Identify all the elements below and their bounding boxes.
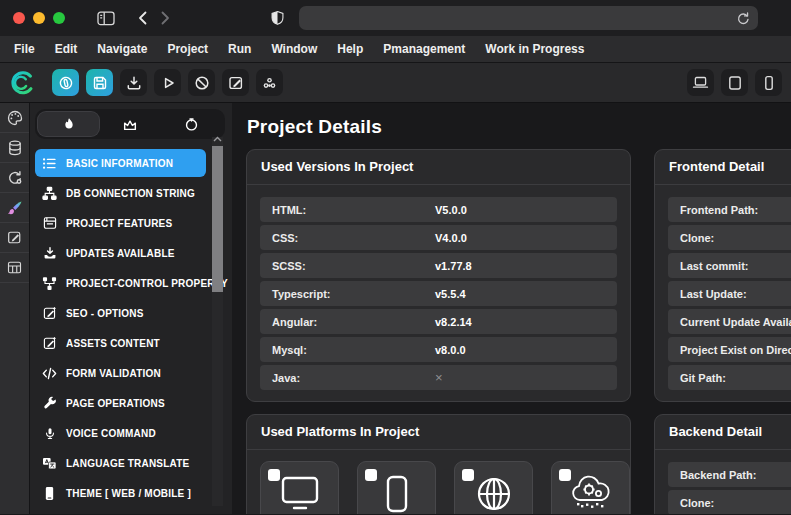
laptop-icon[interactable] — [687, 69, 714, 96]
sidebar-toggle-icon[interactable] — [97, 11, 115, 26]
card-title: Backend Detail — [655, 415, 791, 450]
frontend-row: Git Path: — [668, 365, 791, 390]
card-title: Frontend Detail — [655, 150, 791, 185]
platform-tile-mobile[interactable]: Mobile — [357, 461, 436, 514]
sidebar-item-label: PROJECT FEATURES — [66, 218, 172, 229]
left-rail — [0, 103, 30, 514]
grid-icon[interactable] — [0, 253, 29, 283]
forward-icon[interactable] — [160, 11, 171, 25]
titlebar — [0, 0, 791, 36]
menu-pmanagement[interactable]: Pmanagement — [373, 42, 475, 56]
sidebar: BASIC INFORMATION DB CONNECTION STRING P… — [30, 103, 232, 514]
sidebar-item-label: LANGUAGE TRANSLATE — [66, 458, 189, 469]
menu-work-in-progress[interactable]: Work in Progress — [475, 42, 594, 56]
sidebar-item-page-operations[interactable]: PAGE OPERATIONS — [35, 389, 206, 417]
nodes-icon — [42, 276, 57, 291]
sidebar-item-assets-content[interactable]: ASSETS CONTENT — [35, 329, 206, 357]
frontend-row: Project Exist on Directory: — [668, 337, 791, 362]
list-icon — [42, 156, 57, 171]
wrench-icon — [42, 396, 57, 410]
backend-detail-card: Backend Detail Backend Path: Clone: Last… — [654, 414, 791, 514]
menu-edit[interactable]: Edit — [45, 42, 88, 56]
platform-tile-saas[interactable]: SAAS — [551, 461, 630, 514]
sidebar-item-seo-options[interactable]: SEO - OPTIONS — [35, 299, 206, 327]
frontend-row: Last Update: — [668, 281, 791, 306]
sidebar-item-updates-available[interactable]: UPDATES AVAILABLE — [35, 239, 206, 267]
address-bar[interactable] — [299, 6, 758, 30]
platform-tile-desktop[interactable]: Desktop — [260, 461, 339, 514]
toolbar — [0, 63, 791, 103]
back-icon[interactable] — [137, 11, 148, 25]
run-button[interactable] — [154, 69, 181, 96]
version-row-mysql: Mysql: v8.0.0 — [260, 337, 617, 362]
app-logo-icon — [9, 69, 36, 96]
tablet-icon[interactable] — [721, 69, 748, 96]
shield-icon[interactable] — [270, 9, 285, 27]
services-gears-button[interactable] — [256, 69, 283, 96]
none-value-icon: × — [435, 371, 443, 384]
sidebar-item-project-features[interactable]: PROJECT FEATURES — [35, 209, 206, 237]
sidebar-item-label: DB CONNECTION STRING — [66, 188, 195, 199]
sidebar-item-form-validation[interactable]: FORM VALIDATION — [35, 359, 206, 387]
mobile-icon — [42, 486, 57, 501]
sidebar-item-label: ASSETS CONTENT — [66, 338, 160, 349]
close-window-button[interactable] — [13, 12, 25, 24]
sidebar-item-label: PROJECT-CONTROL PROPERTY — [66, 278, 228, 289]
platform-checkbox[interactable] — [462, 469, 474, 481]
tab-crown[interactable] — [99, 112, 160, 136]
sidebar-item-label: VOICE COMMAND — [66, 428, 156, 439]
platform-tile-web[interactable]: Web — [454, 461, 533, 514]
menu-file[interactable]: File — [4, 42, 45, 56]
window-icon — [42, 216, 57, 230]
used-versions-card: Used Versions In Project HTML: V5.0.0 CS… — [246, 149, 631, 402]
save-button[interactable] — [86, 69, 113, 96]
clip-button[interactable] — [52, 69, 79, 96]
refresh-icon[interactable] — [736, 11, 750, 26]
microphone-icon — [42, 426, 57, 441]
sidebar-tabs — [35, 109, 225, 139]
download-button[interactable] — [120, 69, 147, 96]
version-row-angular: Angular: v8.2.14 — [260, 309, 617, 334]
menubar: File Edit Navigate Project Run Window He… — [0, 36, 791, 63]
download-tray-icon — [42, 246, 57, 260]
phone-icon[interactable] — [755, 69, 782, 96]
menu-window[interactable]: Window — [261, 42, 327, 56]
scroll-up-icon[interactable] — [213, 136, 222, 143]
brush-icon[interactable] — [0, 193, 29, 223]
block-button[interactable] — [188, 69, 215, 96]
desktop-icon — [278, 474, 322, 512]
sidebar-item-language-translate[interactable]: LANGUAGE TRANSLATE — [35, 449, 206, 477]
frontend-row: Last commit: — [668, 253, 791, 278]
scrollbar-thumb[interactable] — [212, 146, 223, 292]
compose-icon[interactable] — [0, 223, 29, 253]
frontend-row: Current Update Available: — [668, 309, 791, 334]
sidebar-item-theme-web-mobile[interactable]: THEME [ WEB / MOBILE ] — [35, 479, 206, 507]
language-icon — [42, 457, 57, 470]
menu-project[interactable]: Project — [157, 42, 218, 56]
minimize-window-button[interactable] — [33, 12, 45, 24]
tab-timer[interactable] — [161, 112, 222, 136]
mobile-device-icon — [385, 474, 409, 514]
menu-help[interactable]: Help — [327, 42, 373, 56]
frontend-row: Clone: — [668, 225, 791, 250]
platform-checkbox[interactable] — [365, 469, 377, 481]
palette-icon[interactable] — [0, 103, 29, 133]
version-row-scss: SCSS: v1.77.8 — [260, 253, 617, 278]
sidebar-item-voice-command[interactable]: VOICE COMMAND — [35, 419, 206, 447]
zoom-window-button[interactable] — [53, 12, 65, 24]
sidebar-item-label: UPDATES AVAILABLE — [66, 248, 175, 259]
sidebar-item-basic-information[interactable]: BASIC INFORMATION — [35, 149, 206, 177]
menu-run[interactable]: Run — [218, 42, 261, 56]
sidebar-item-db-connection-string[interactable]: DB CONNECTION STRING — [35, 179, 206, 207]
tab-flame[interactable] — [38, 112, 99, 136]
sync-icon[interactable] — [0, 163, 29, 193]
sidebar-scrollbar[interactable] — [212, 137, 223, 506]
menu-navigate[interactable]: Navigate — [87, 42, 157, 56]
sidebar-nav: BASIC INFORMATION DB CONNECTION STRING P… — [30, 145, 232, 507]
sidebar-item-project-control-property[interactable]: PROJECT-CONTROL PROPERTY — [35, 269, 206, 297]
backend-row: Clone: — [668, 490, 791, 514]
edit-button[interactable] — [222, 69, 249, 96]
card-title: Used Platforms In Project — [247, 415, 630, 450]
globe-icon — [474, 474, 514, 514]
database-icon[interactable] — [0, 133, 29, 163]
